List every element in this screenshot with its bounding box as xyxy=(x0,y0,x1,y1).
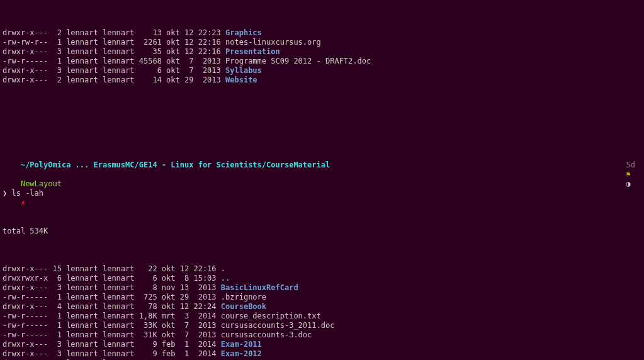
list-item: drwxr-x--- 2 lennart lennart 14 okt 29 2… xyxy=(3,76,641,85)
list-item: -rw-r----- 1 lennart lennart 725 okt 29 … xyxy=(3,293,641,302)
list-item: -rw-rw-r-- 1 lennart lennart 2261 okt 12… xyxy=(3,38,641,47)
list-item: drwxr-x--- 3 lennart lennart 9 feb 1 201… xyxy=(3,349,641,359)
directory-name: Presentation xyxy=(225,47,280,56)
list-item: -rw-r----- 1 lennart lennart 45568 okt 7… xyxy=(3,57,641,66)
directory-name: Exam-2012 xyxy=(221,349,262,358)
file-meta: drwxrwxr-x 6 lennart lennart 6 okt 8 15:… xyxy=(3,274,221,283)
file-meta: -rw-r----- 1 lennart lennart 1,8K mrt 3 … xyxy=(3,312,221,320)
file-name: cursusaccounts-3_2011.doc xyxy=(221,321,335,330)
file-meta: drwxr-x--- 3 lennart lennart 8 nov 13 20… xyxy=(3,283,221,292)
age-badge: 5d xyxy=(626,160,635,169)
list-item: drwxr-x--- 3 lennart lennart 8 nov 13 20… xyxy=(3,283,641,293)
top-listing: drwxr-x--- 2 lennart lennart 13 okt 12 2… xyxy=(3,28,641,85)
file-meta: drwxr-x--- 3 lennart lennart 9 feb 1 201… xyxy=(3,349,221,358)
spacer xyxy=(3,113,641,123)
file-meta: -rw-rw-r-- 1 lennart lennart 2261 okt 12… xyxy=(3,38,225,47)
list-item: -rw-r----- 1 lennart lennart 31K okt 7 2… xyxy=(3,330,641,340)
list-item: drwxr-x--- 15 lennart lennart 22 okt 12 … xyxy=(3,264,641,274)
directory-name: . xyxy=(221,264,225,273)
file-name: .bzrignore xyxy=(221,293,266,301)
git-branch: NewLayout xyxy=(21,179,62,188)
prompt-right: 5d ⚑ ◑ xyxy=(599,151,639,198)
file-meta: drwxr-x--- 15 lennart lennart 22 okt 12 … xyxy=(3,264,221,273)
list-item: drwxr-x--- 4 lennart lennart 78 okt 12 2… xyxy=(3,302,641,312)
directory-name: Graphics xyxy=(225,28,262,37)
file-meta: -rw-r----- 1 lennart lennart 31K okt 7 2… xyxy=(3,330,221,339)
list-item: drwxrwxr-x 6 lennart lennart 6 okt 8 15:… xyxy=(3,274,641,283)
list-item: drwxr-x--- 3 lennart lennart 35 okt 12 2… xyxy=(3,47,641,57)
prompt-path: ~/PolyOmica ... ErasmusMC/GE14 - Linux f… xyxy=(21,160,330,169)
directory-name: CourseBook xyxy=(221,302,266,311)
file-meta: drwxr-x--- 2 lennart lennart 13 okt 12 2… xyxy=(3,28,225,37)
main-listing: drwxr-x--- 15 lennart lennart 22 okt 12 … xyxy=(3,264,641,360)
file-name: course_description.txt xyxy=(221,312,321,320)
directory-name: Syllabus xyxy=(225,66,262,75)
list-item: -rw-r----- 1 lennart lennart 33K okt 7 2… xyxy=(3,321,641,330)
file-meta: drwxr-x--- 3 lennart lennart 6 okt 7 201… xyxy=(3,66,225,75)
command-line: ❯ ls -lah xyxy=(3,189,641,198)
file-meta: -rw-r----- 1 lennart lennart 725 okt 29 … xyxy=(3,293,221,301)
file-meta: drwxr-x--- 2 lennart lennart 14 okt 29 2… xyxy=(3,76,225,84)
terminal[interactable]: drwxr-x--- 2 lennart lennart 13 okt 12 2… xyxy=(0,0,644,360)
directory-name: Exam-2011 xyxy=(221,340,262,349)
directory-name: Website xyxy=(225,76,257,84)
prompt-line-1: ~/PolyOmica ... ErasmusMC/GE14 - Linux f… xyxy=(3,151,641,160)
file-meta: drwxr-x--- 4 lennart lennart 78 okt 12 2… xyxy=(3,302,221,311)
git-dirty-icon: ✗ xyxy=(21,198,25,207)
half-circle-icon: ◑ xyxy=(626,179,631,188)
file-meta: -rw-r----- 1 lennart lennart 45568 okt 7… xyxy=(3,57,225,65)
list-item: drwxr-x--- 2 lennart lennart 13 okt 12 2… xyxy=(3,28,641,38)
file-meta: drwxr-x--- 3 lennart lennart 35 okt 12 2… xyxy=(3,47,225,56)
list-item: -rw-r----- 1 lennart lennart 1,8K mrt 3 … xyxy=(3,312,641,321)
file-name: cursusaccounts-3.doc xyxy=(221,330,312,339)
file-name: Programme SC09 2012 - DRAFT2.doc xyxy=(225,57,371,65)
file-name: notes-linuxcursus.org xyxy=(225,38,321,47)
file-meta: drwxr-x--- 3 lennart lennart 9 feb 1 201… xyxy=(3,340,221,349)
directory-name: .. xyxy=(221,274,230,283)
file-meta: -rw-r----- 1 lennart lennart 33K okt 7 2… xyxy=(3,321,221,330)
list-item: drwxr-x--- 3 lennart lennart 6 okt 7 201… xyxy=(3,66,641,76)
directory-name: BasicLinuxRefCard xyxy=(221,283,298,292)
total-line: total 534K xyxy=(3,227,641,236)
list-item: drwxr-x--- 3 lennart lennart 9 feb 1 201… xyxy=(3,340,641,349)
flag-icon: ⚑ xyxy=(626,170,631,179)
